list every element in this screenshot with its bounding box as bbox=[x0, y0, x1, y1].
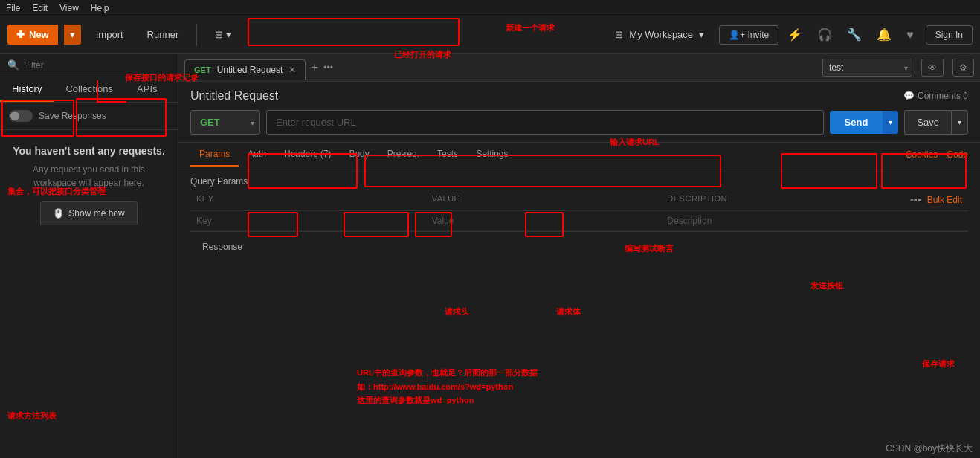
request-tab-bar: GET Untitled Request ✕ ＋ ••• test No Env… bbox=[178, 54, 980, 82]
send-button-wrap: Send ▾ bbox=[830, 111, 899, 134]
request-tab-active[interactable]: GET Untitled Request ✕ bbox=[184, 59, 306, 80]
params-table-header: KEY VALUE DESCRIPTION ••• Bulk Edit bbox=[190, 194, 968, 211]
headset-icon[interactable]: 🎧 bbox=[814, 25, 835, 45]
user-plus-icon: 👤+ bbox=[729, 30, 745, 40]
send-button[interactable]: Send bbox=[830, 111, 883, 134]
add-tab-button[interactable]: ＋ bbox=[309, 59, 320, 75]
menu-file[interactable]: File bbox=[6, 3, 20, 13]
response-title: Response bbox=[202, 242, 242, 252]
filter-input[interactable] bbox=[24, 60, 170, 71]
sidebar-tab-collections[interactable]: Collections bbox=[54, 77, 125, 102]
save-dropdown-button[interactable]: ▾ bbox=[951, 110, 968, 135]
request-tab-right-actions: Cookies Code bbox=[906, 149, 968, 160]
method-select[interactable]: GET POST PUT DELETE PATCH bbox=[190, 110, 260, 135]
sidebar-tab-apis[interactable]: APIs bbox=[125, 77, 169, 102]
sidebar-tab-history[interactable]: History bbox=[0, 77, 54, 102]
layout-button[interactable]: ⊞ ▾ bbox=[206, 25, 240, 45]
toolbar-right: ⚡ 🎧 🔧 🔔 ♥ Sign In bbox=[784, 25, 973, 45]
cookies-link[interactable]: Cookies bbox=[906, 149, 938, 160]
right-content: GET Untitled Request ✕ ＋ ••• test No Env… bbox=[178, 54, 980, 458]
invite-button[interactable]: 👤+ Invite bbox=[719, 25, 778, 45]
main-layout: 🔍 History Collections APIs Save Response… bbox=[0, 54, 980, 458]
tab-close-button[interactable]: ✕ bbox=[288, 65, 296, 75]
tab-method-badge: GET bbox=[194, 65, 211, 74]
show-me-button[interactable]: 🖱️ Show me how bbox=[40, 201, 137, 225]
grid-icon: ⊞ bbox=[615, 29, 623, 40]
save-button[interactable]: Save bbox=[904, 110, 951, 135]
params-table: KEY VALUE DESCRIPTION ••• Bulk Edit bbox=[190, 194, 968, 231]
more-tabs-button[interactable]: ••• bbox=[323, 62, 333, 73]
plus-icon: ✚ bbox=[16, 29, 25, 40]
query-params-title: Query Params bbox=[190, 176, 968, 187]
bell-icon[interactable]: 🔔 bbox=[874, 25, 894, 45]
sidebar-empty-state: You haven't sent any requests. Any reque… bbox=[0, 130, 178, 240]
save-responses-bar: Save Responses bbox=[0, 103, 178, 130]
menu-bar: File Edit View Help bbox=[0, 0, 980, 16]
tab-settings[interactable]: Settings bbox=[467, 143, 517, 167]
eye-button[interactable]: 👁 bbox=[921, 59, 944, 77]
description-input[interactable] bbox=[667, 216, 897, 226]
tab-params[interactable]: Params bbox=[190, 143, 239, 167]
satellite-icon[interactable]: ⚡ bbox=[784, 25, 805, 45]
empty-state-title: You haven't sent any requests. bbox=[12, 145, 166, 157]
comment-icon: 💬 bbox=[903, 91, 915, 101]
runner-button[interactable]: Runner bbox=[138, 25, 188, 45]
value-input[interactable] bbox=[432, 216, 662, 226]
bulk-edit-link[interactable]: Bulk Edit bbox=[927, 195, 962, 205]
method-select-wrap: GET POST PUT DELETE PATCH ▾ bbox=[190, 110, 260, 135]
key-header: KEY bbox=[196, 194, 426, 206]
sidebar-filter-bar: 🔍 bbox=[0, 54, 178, 77]
tab-request-name: Untitled Request bbox=[217, 65, 283, 75]
menu-help[interactable]: Help bbox=[91, 3, 109, 13]
desc-header: DESCRIPTION bbox=[667, 194, 897, 206]
toolbar-separator bbox=[196, 24, 197, 46]
tab-tests[interactable]: Tests bbox=[428, 143, 467, 167]
left-sidebar: 🔍 History Collections APIs Save Response… bbox=[0, 54, 178, 458]
search-icon: 🔍 bbox=[7, 59, 19, 71]
sign-in-button[interactable]: Sign In bbox=[926, 25, 973, 45]
new-button[interactable]: ✚ New bbox=[7, 25, 58, 45]
tab-auth[interactable]: Auth bbox=[239, 143, 275, 167]
tab-body[interactable]: Body bbox=[340, 143, 378, 167]
settings-button[interactable]: ⚙ bbox=[952, 59, 974, 77]
toggle-knob bbox=[10, 112, 19, 120]
value-header: VALUE bbox=[432, 194, 662, 206]
empty-state-desc: Any request you send in this workspace w… bbox=[12, 163, 166, 190]
menu-view[interactable]: View bbox=[59, 3, 79, 13]
workspace-label: My Workspace bbox=[629, 29, 693, 40]
code-link[interactable]: Code bbox=[947, 149, 968, 160]
save-responses-toggle[interactable] bbox=[9, 110, 33, 122]
chevron-down-icon: ▾ bbox=[699, 29, 704, 40]
request-title: Untitled Request bbox=[190, 89, 278, 103]
request-title-bar: Untitled Request 💬 Comments 0 bbox=[190, 89, 968, 103]
tab-bar-right: test No Environment ▾ 👁 ⚙ bbox=[822, 59, 974, 77]
key-input[interactable] bbox=[196, 216, 426, 226]
heart-icon[interactable]: ♥ bbox=[903, 25, 917, 45]
request-panel: Untitled Request 💬 Comments 0 GET POST P… bbox=[178, 82, 980, 143]
new-dropdown-button[interactable]: ▾ bbox=[64, 25, 81, 45]
menu-edit[interactable]: Edit bbox=[32, 3, 48, 13]
tab-headers[interactable]: Headers (7) bbox=[275, 143, 340, 167]
top-toolbar: ✚ New ▾ Import Runner ⊞ ▾ ⊞ My Workspace… bbox=[0, 16, 980, 54]
comments-button[interactable]: 💬 Comments 0 bbox=[903, 91, 968, 101]
wrench-icon[interactable]: 🔧 bbox=[844, 25, 865, 45]
url-bar: GET POST PUT DELETE PATCH ▾ Send ▾ Save … bbox=[190, 110, 968, 135]
tab-pre-req[interactable]: Pre-req. bbox=[378, 143, 428, 167]
import-button[interactable]: Import bbox=[87, 25, 132, 45]
params-section: Query Params KEY VALUE DESCRIPTION ••• B… bbox=[178, 167, 980, 458]
request-subtabs: Params Auth Headers (7) Body Pre-req. Te… bbox=[178, 143, 980, 167]
send-dropdown-button[interactable]: ▾ bbox=[883, 111, 898, 134]
save-button-wrap: Save ▾ bbox=[904, 110, 968, 135]
workspace-button[interactable]: ⊞ My Workspace ▾ bbox=[606, 25, 713, 45]
response-section: Response bbox=[190, 231, 968, 261]
cursor-icon: 🖱️ bbox=[53, 208, 64, 219]
save-responses-label: Save Responses bbox=[39, 111, 106, 121]
params-more-button[interactable]: ••• bbox=[910, 194, 921, 206]
url-input[interactable] bbox=[266, 110, 824, 135]
environment-select[interactable]: test No Environment bbox=[822, 59, 912, 77]
sidebar-tabs: History Collections APIs bbox=[0, 77, 178, 103]
params-input-row bbox=[190, 211, 968, 231]
